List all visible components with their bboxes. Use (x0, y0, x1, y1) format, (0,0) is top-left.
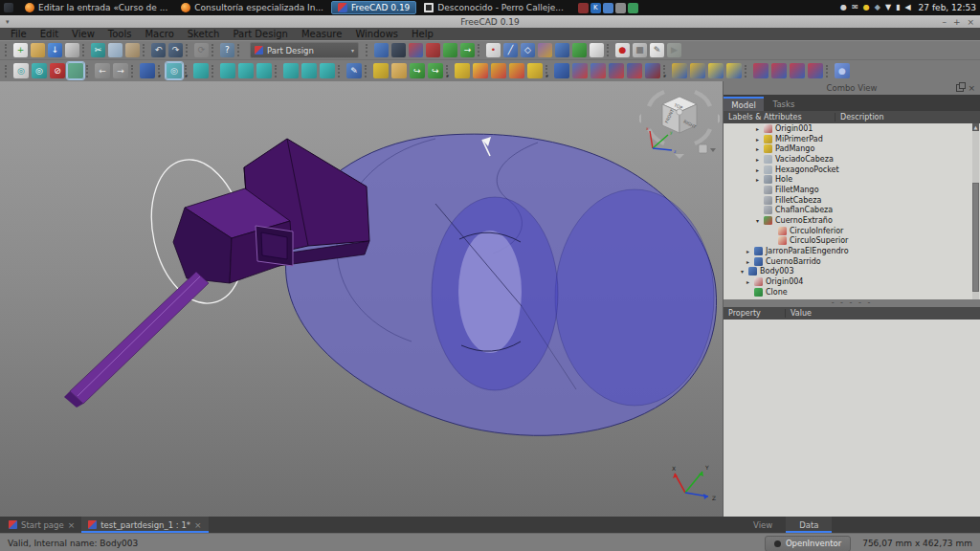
chevron-down-icon[interactable]: ▾ (158, 74, 161, 78)
redo-icon[interactable]: ↷ (168, 43, 183, 57)
property-editor-body[interactable] (724, 320, 980, 517)
chevron-down-icon[interactable]: ▾ (185, 74, 188, 78)
local-coordinate-system-icon[interactable] (538, 43, 552, 57)
property-header-property[interactable]: Property (724, 309, 786, 318)
revolution-icon[interactable] (473, 63, 488, 78)
nav-back-icon[interactable]: ← (95, 63, 110, 78)
combo-view-header[interactable]: Combo View × (724, 81, 980, 95)
pad-icon[interactable] (455, 63, 470, 78)
panel-splitter[interactable]: - - - - - (724, 299, 980, 307)
battery-icon[interactable]: ▮ (896, 4, 900, 11)
property-header-value[interactable]: Value (786, 309, 812, 318)
close-tab-icon[interactable]: × (68, 520, 76, 530)
draw-style-icon[interactable]: ⊘▾ (50, 63, 65, 78)
toolbar-grip[interactable] (607, 44, 612, 56)
menu-macro[interactable]: Macro (138, 28, 180, 40)
macro-edit-icon[interactable]: ✎ (650, 43, 664, 57)
toolbar-grip[interactable] (237, 44, 242, 56)
notifications-icon[interactable]: ● (840, 4, 847, 11)
tree-item-vaciadocabeza[interactable]: ▸VaciadoCabeza (724, 154, 980, 165)
app-globe-icon[interactable] (628, 3, 638, 13)
polar-pattern-icon[interactable] (790, 63, 805, 78)
expander-icon[interactable]: ▸ (754, 145, 761, 152)
tree-item-hole[interactable]: ▸Hole (724, 174, 980, 185)
toolbar-grip[interactable] (186, 44, 190, 56)
groove-icon[interactable] (590, 63, 606, 78)
chevron-down-icon[interactable]: ▾ (446, 74, 449, 78)
multi-transform-icon[interactable] (808, 63, 823, 78)
validate-sketch-icon[interactable] (443, 43, 457, 57)
tree-item-clone[interactable]: Clone (724, 287, 980, 298)
expander-icon[interactable]: ▸ (745, 278, 751, 285)
float-panel-icon[interactable] (956, 84, 964, 92)
additive-loft-icon[interactable] (491, 63, 506, 78)
document-tab-test-partdesign-1-1[interactable]: test_partdesign_1 : 1*× (81, 517, 208, 533)
view-isometric-cube-icon[interactable] (193, 63, 209, 78)
menu-edit[interactable]: Edit (33, 28, 65, 40)
fillet-icon[interactable] (672, 63, 687, 78)
tree-item-cuernobarrido[interactable]: ▸CuernoBarrido (724, 256, 980, 267)
thickness-icon[interactable] (726, 63, 742, 78)
app-files-icon[interactable] (603, 3, 613, 13)
pocket-icon[interactable] (554, 63, 569, 78)
paste-icon[interactable] (125, 43, 140, 57)
document-tab-start-page[interactable]: Start page× (2, 517, 81, 533)
attach-sketch-icon[interactable] (409, 43, 423, 57)
subtractive-loft-icon[interactable] (609, 63, 624, 78)
toolbar-grip[interactable] (212, 44, 216, 56)
taskbar-window-desconocido-perro-calleje[interactable]: Desconocido - Perro Calleje... (418, 1, 568, 14)
taskbar-window-freecad-0-19[interactable]: FreeCAD 0.19 (331, 1, 416, 14)
subtractive-pipe-icon[interactable] (627, 63, 642, 78)
minimize-button[interactable]: – (942, 17, 947, 27)
undo-icon[interactable]: ↶ (151, 43, 166, 57)
menu-part-design[interactable]: Part Design (226, 28, 294, 40)
toolbar-grip[interactable] (338, 65, 343, 77)
scroll-up-arrow[interactable]: ▲ (972, 123, 979, 131)
expander-icon[interactable]: ▾ (739, 268, 746, 275)
subtractive-primitive-icon[interactable]: ▾ (645, 63, 660, 78)
view-bottom-icon[interactable] (301, 63, 317, 78)
view-front-icon[interactable] (220, 63, 235, 78)
additive-pipe-icon[interactable] (509, 63, 524, 78)
tree-item-filletmango[interactable]: FilletMango (724, 185, 980, 195)
macro-record-icon[interactable]: ● (615, 43, 630, 57)
reorient-sketch-icon[interactable] (426, 43, 440, 57)
mirrored-icon[interactable] (753, 63, 768, 78)
close-tab-icon[interactable]: × (194, 520, 202, 530)
toolbar-grip[interactable] (5, 65, 10, 77)
fit-all-icon[interactable]: ◎ (13, 63, 29, 78)
fit-selection-icon[interactable]: ◎ (32, 63, 47, 78)
refresh-icon[interactable]: ⟳ (194, 43, 209, 57)
expander-icon[interactable]: ▸ (754, 176, 761, 183)
workbench-selector[interactable]: Part Design▾ (250, 42, 359, 58)
toolbar-grip[interactable] (212, 65, 216, 77)
clone-ghost-icon[interactable] (590, 43, 604, 57)
toolbar-grip[interactable] (131, 65, 136, 77)
view-right-icon[interactable] (256, 63, 272, 78)
copy-icon[interactable] (108, 43, 122, 57)
toolbar-grip[interactable] (275, 65, 279, 77)
toolbar-grip[interactable] (86, 65, 91, 77)
navcube-settings-cube[interactable] (699, 144, 707, 153)
macro-play-icon[interactable]: ▶ (667, 43, 681, 57)
close-panel-icon[interactable]: × (968, 84, 975, 93)
zoom-tool-icon[interactable]: ◎▾ (167, 63, 182, 78)
tree-item-body003[interactable]: ▾Body003 (724, 267, 980, 277)
tree-item-chaflancabeza[interactable]: ChaflanCabeza (724, 206, 980, 216)
expander-icon[interactable]: ▾ (754, 217, 761, 224)
taskbar-window-editar-la-entrada-curso-de[interactable]: Editar la entrada «Curso de ... (19, 1, 173, 14)
whats-this-icon[interactable]: ? (220, 43, 234, 57)
tree-item-hexagonopocket[interactable]: ▸HexagonoPocket (724, 165, 980, 175)
toolbar-grip[interactable] (478, 44, 482, 56)
create-part-icon[interactable] (373, 63, 389, 78)
menu-windows[interactable]: Windows (348, 28, 405, 40)
make-link-icon[interactable]: ↪ (410, 63, 425, 78)
vase-rear-disc[interactable] (555, 189, 714, 406)
app-gray-icon[interactable] (615, 3, 626, 13)
3d-viewport[interactable]: TOP FRONT RIGHT x y z (0, 81, 723, 517)
tree-item-cuernoextra-o[interactable]: ▾CuernoExtraño (724, 215, 980, 226)
menu-file[interactable]: File (4, 28, 33, 40)
window-manager-icon[interactable] (4, 3, 13, 12)
tree-item-jarronparaelengendro[interactable]: ▸JarronParaElEngendro (724, 246, 980, 256)
clock[interactable]: 27 feb, 12:53 (919, 3, 976, 12)
